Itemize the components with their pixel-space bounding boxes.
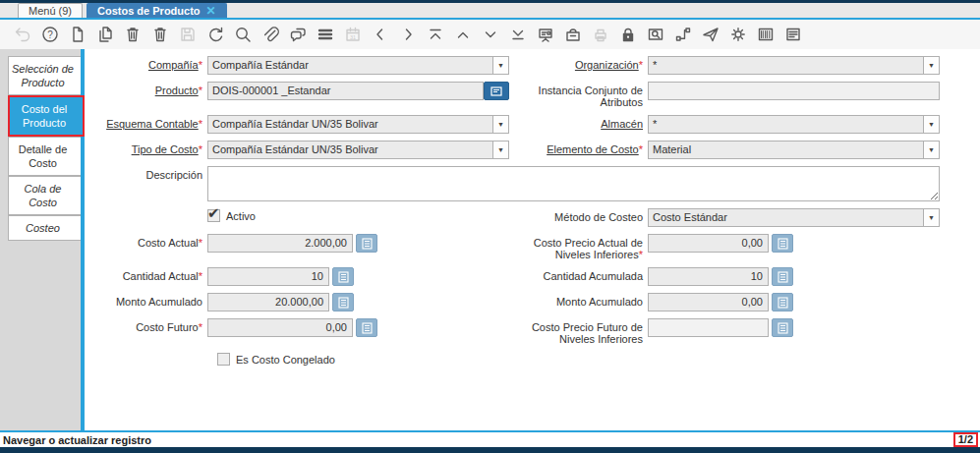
sidebar-item-costeo[interactable]: Costeo	[8, 215, 81, 241]
print-icon	[590, 24, 611, 45]
sidebar-item-detalle-de-costo[interactable]: Detalle de Costo	[8, 137, 81, 176]
product-info-icon[interactable]	[755, 24, 777, 45]
cantidad-actual-calculator-button[interactable]	[332, 267, 354, 286]
tipo-costo-dropdown-icon[interactable]: ▼	[492, 142, 508, 158]
archive-icon[interactable]	[562, 24, 584, 45]
sidebar-item-seleccion-de-producto[interactable]: Selección de Producto	[8, 56, 81, 95]
producto-lookup-button[interactable]	[484, 82, 509, 100]
undo-icon	[12, 24, 33, 45]
lock-icon[interactable]	[617, 24, 639, 45]
costo-precio-actual-calculator-button[interactable]	[772, 234, 793, 253]
cantidad-acumulada-calculator-button[interactable]	[772, 267, 793, 286]
detail-record-icon[interactable]	[480, 24, 501, 45]
parent-record-icon[interactable]	[452, 24, 474, 45]
costo-futuro-value[interactable]: 0,00	[207, 318, 353, 337]
tipo-de-costo-label: Tipo de Costo*	[86, 141, 202, 155]
tab-costos-de-producto[interactable]: Costos de Producto ✕	[86, 3, 227, 18]
monto-acumulado-2-field[interactable]: 0,00	[648, 293, 940, 311]
costo-precio-actual-value[interactable]: 0,00	[648, 234, 769, 253]
sidebar-item-cola-de-costo[interactable]: Cola de Costo	[8, 176, 81, 215]
tipo-de-costo-value: Compañía Estándar UN/35 Bolivar	[208, 142, 492, 158]
copy-record-icon[interactable]	[94, 24, 116, 45]
record-indicator[interactable]: 1/2	[953, 432, 978, 447]
help-icon[interactable]: ?	[39, 24, 61, 45]
es-costo-congelado-checkbox[interactable]	[217, 353, 230, 366]
descripcion-label: Descripción	[86, 166, 202, 181]
attachment-icon[interactable]	[259, 24, 281, 45]
almacen-dropdown-icon[interactable]: ▼	[923, 116, 939, 133]
find-icon[interactable]	[232, 24, 254, 45]
instancia-label: Instancia Conjunto de Atributos	[514, 82, 643, 108]
cantidad-acumulada-field[interactable]: 10	[648, 267, 940, 286]
elemento-dropdown-icon[interactable]: ▼	[923, 142, 939, 158]
esquema-contable-select[interactable]: Compañía Estándar UN/35 Bolivar▼	[207, 115, 509, 134]
report-icon[interactable]	[782, 24, 804, 45]
svg-text:?: ?	[47, 29, 53, 40]
cantidad-actual-field[interactable]: 10	[207, 267, 509, 286]
status-message: Navegar o actualizar registro	[3, 434, 151, 446]
tipo-de-costo-select[interactable]: Compañía Estándar UN/35 Bolivar▼	[207, 141, 509, 159]
es-costo-congelado-row: Es Costo Congelado	[207, 352, 509, 366]
esquema-contable-value: Compañía Estándar UN/35 Bolivar	[208, 116, 492, 133]
metodo-dropdown-icon[interactable]: ▼	[923, 209, 939, 226]
costo-futuro-label: Costo Futuro*	[86, 318, 202, 333]
producto-value[interactable]: DOIS-000001 _Estandar	[207, 82, 484, 100]
monto-acumulado-2-value[interactable]: 0,00	[648, 293, 769, 311]
activo-checkbox[interactable]: ✔	[207, 209, 220, 222]
costo-precio-futuro-field[interactable]	[648, 318, 940, 337]
grid-toggle-icon[interactable]	[315, 24, 336, 45]
previous-record-icon[interactable]	[370, 24, 391, 45]
costo-precio-futuro-value[interactable]	[648, 318, 769, 337]
almacen-select[interactable]: *▼	[648, 115, 940, 134]
producto-field[interactable]: DOIS-000001 _Estandar	[207, 82, 509, 100]
toolbar: ? 31	[0, 20, 980, 49]
zoom-across-icon[interactable]	[645, 24, 666, 45]
instancia-value[interactable]	[648, 82, 940, 100]
new-record-icon[interactable]	[67, 24, 88, 45]
costo-actual-value[interactable]: 2.000,00	[207, 234, 353, 253]
next-record-icon[interactable]	[397, 24, 419, 45]
esquema-dropdown-icon[interactable]: ▼	[492, 116, 508, 133]
workflow-editor-icon[interactable]	[672, 24, 694, 45]
costo-futuro-field[interactable]: 0,00	[207, 318, 509, 337]
close-tab-icon[interactable]: ✕	[206, 6, 216, 16]
preferences-icon[interactable]	[727, 24, 749, 45]
costo-precio-futuro-calculator-button[interactable]	[772, 318, 793, 337]
monto-acumulado-field[interactable]: 20.000,00	[207, 293, 509, 311]
organizacion-dropdown-icon[interactable]: ▼	[923, 57, 939, 74]
costo-actual-calculator-button[interactable]	[356, 234, 377, 253]
sidebar-item-costo-del-producto[interactable]: Costo del Producto	[8, 95, 85, 137]
costo-precio-futuro-label: Costo Precio Futuro de Niveles Inferiore…	[514, 318, 643, 345]
monto-acumulado-2-calculator-button[interactable]	[772, 293, 793, 311]
monto-acumulado-2-label: Monto Acumulado	[514, 293, 643, 308]
instancia-field[interactable]	[648, 82, 940, 100]
chat-icon[interactable]	[287, 24, 309, 45]
spacer-activo	[86, 208, 202, 211]
es-costo-congelado-label: Es Costo Congelado	[236, 354, 335, 366]
tab-menu[interactable]: Menú (9)	[18, 3, 83, 18]
delete-selection-icon[interactable]	[149, 24, 171, 45]
compania-dropdown-icon[interactable]: ▼	[492, 57, 508, 74]
elemento-de-costo-select[interactable]: Material▼	[648, 141, 940, 159]
descripcion-textarea[interactable]	[207, 166, 940, 201]
monto-acumulado-value[interactable]: 20.000,00	[207, 293, 329, 311]
producto-label: Producto*	[86, 82, 202, 96]
workflow-icon[interactable]	[535, 24, 556, 45]
window-tab-strip: Menú (9) Costos de Producto ✕	[0, 3, 980, 20]
compania-select[interactable]: Compañía Estándar▼	[207, 56, 509, 75]
costo-actual-label: Costo Actual*	[86, 234, 202, 249]
delete-record-icon[interactable]	[122, 24, 144, 45]
refresh-icon[interactable]	[204, 24, 226, 45]
save-icon	[177, 24, 199, 45]
metodo-de-costeo-select[interactable]: Costo Estándar▼	[648, 208, 940, 227]
cantidad-actual-value[interactable]: 10	[207, 267, 329, 286]
send-icon[interactable]	[700, 24, 721, 45]
costo-futuro-calculator-button[interactable]	[356, 318, 377, 337]
costo-actual-field[interactable]: 2.000,00	[207, 234, 509, 253]
first-record-icon[interactable]	[425, 24, 446, 45]
costo-precio-actual-field[interactable]: 0,00	[648, 234, 940, 253]
last-record-icon[interactable]	[507, 24, 529, 45]
cantidad-acumulada-value[interactable]: 10	[648, 267, 769, 286]
monto-acumulado-calculator-button[interactable]	[332, 293, 354, 311]
organizacion-select[interactable]: *▼	[648, 56, 940, 75]
